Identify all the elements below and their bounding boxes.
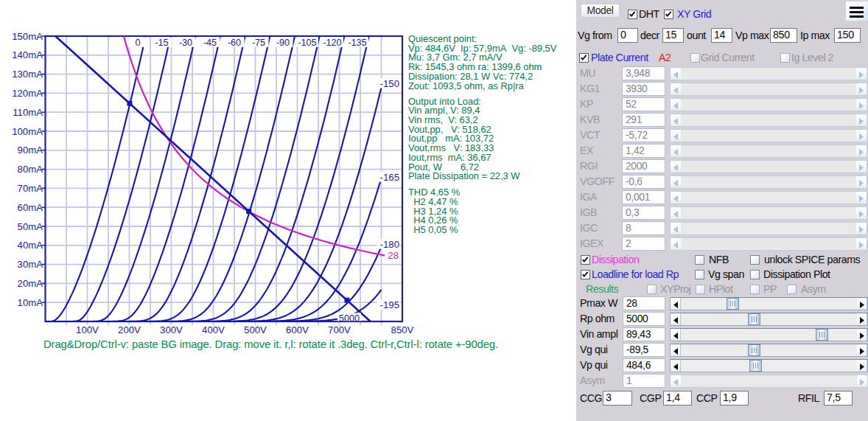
- svg-text:28: 28: [388, 250, 399, 261]
- svg-text:-75: -75: [252, 38, 265, 48]
- svg-text:90mA: 90mA: [18, 145, 43, 156]
- svg-text:110mA: 110mA: [13, 107, 43, 118]
- svg-text:200V: 200V: [118, 324, 141, 335]
- svg-text:500V: 500V: [244, 324, 267, 335]
- svg-text:70mA: 70mA: [18, 183, 43, 194]
- svg-text:-150: -150: [380, 78, 399, 89]
- svg-text:0: 0: [135, 38, 140, 48]
- svg-text:-120: -120: [323, 38, 341, 48]
- svg-text:10mA: 10mA: [18, 297, 43, 308]
- svg-text:120mA: 120mA: [12, 88, 43, 99]
- svg-text:-15: -15: [155, 38, 168, 48]
- svg-text:5000: 5000: [339, 313, 360, 324]
- svg-text:60mA: 60mA: [18, 202, 43, 213]
- svg-text:100V: 100V: [76, 324, 99, 335]
- svg-text:100mA: 100mA: [12, 126, 43, 137]
- svg-text:140mA: 140mA: [12, 49, 43, 60]
- svg-text:-180: -180: [380, 239, 399, 250]
- svg-text:40mA: 40mA: [18, 240, 43, 251]
- svg-text:20mA: 20mA: [18, 278, 43, 289]
- svg-text:30mA: 30mA: [18, 259, 43, 270]
- svg-text:-45: -45: [203, 38, 217, 48]
- svg-text:-60: -60: [228, 38, 241, 48]
- svg-text:850V: 850V: [391, 324, 414, 335]
- svg-text:150mA: 150mA: [12, 31, 43, 42]
- svg-text:300V: 300V: [160, 324, 183, 335]
- svg-text:-30: -30: [179, 38, 192, 48]
- svg-text:-135: -135: [348, 38, 366, 48]
- svg-text:700V: 700V: [328, 324, 351, 335]
- svg-text:-90: -90: [276, 38, 290, 48]
- svg-text:600V: 600V: [286, 324, 309, 335]
- svg-text:130mA: 130mA: [12, 69, 43, 80]
- svg-text:-105: -105: [298, 38, 316, 48]
- svg-text:80mA: 80mA: [18, 164, 43, 175]
- svg-text:50mA: 50mA: [18, 221, 43, 232]
- svg-text:-195: -195: [380, 299, 399, 310]
- svg-text:400V: 400V: [202, 324, 225, 335]
- svg-text:-165: -165: [380, 172, 399, 183]
